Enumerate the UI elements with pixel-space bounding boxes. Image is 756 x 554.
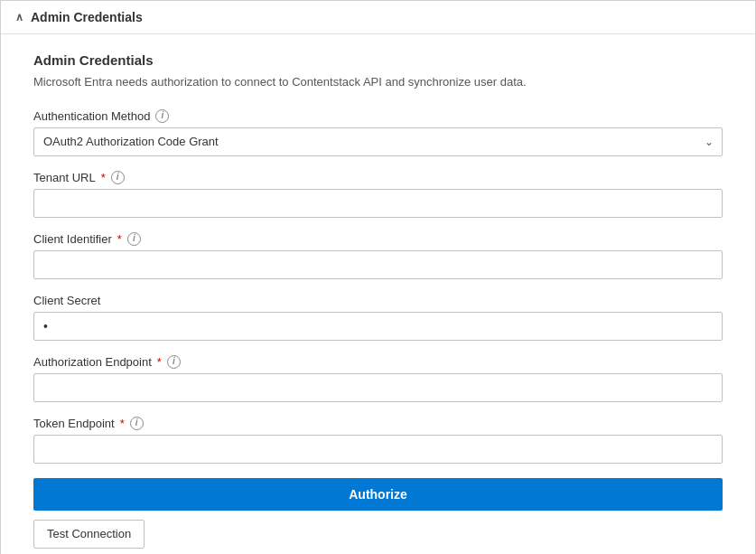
auth-endpoint-label-text: Authorization Endpoint xyxy=(33,355,152,369)
auth-endpoint-group: Authorization Endpoint * i xyxy=(33,355,723,402)
tenant-url-required: * xyxy=(101,171,106,184)
tenant-url-input[interactable] xyxy=(33,189,723,218)
tenant-url-group: Tenant URL * i xyxy=(33,171,723,218)
auth-method-group: Authentication Method i OAuth2 Authoriza… xyxy=(33,109,723,156)
auth-endpoint-required: * xyxy=(157,355,162,369)
client-identifier-label-text: Client Identifier xyxy=(33,232,112,246)
collapse-icon: ∧ xyxy=(15,11,23,23)
tenant-url-label: Tenant URL * i xyxy=(33,171,723,184)
test-connection-button[interactable]: Test Connection xyxy=(33,520,145,549)
admin-credentials-panel: ∧ Admin Credentials Admin Credentials Mi… xyxy=(0,0,756,554)
content-area: Admin Credentials Microsoft Entra needs … xyxy=(1,34,755,554)
client-identifier-label: Client Identifier * i xyxy=(33,232,723,246)
authorize-button[interactable]: Authorize xyxy=(33,478,723,511)
auth-endpoint-input[interactable] xyxy=(33,373,723,402)
auth-endpoint-info-icon[interactable]: i xyxy=(167,355,181,369)
tenant-url-label-text: Tenant URL xyxy=(33,171,96,184)
client-identifier-info-icon[interactable]: i xyxy=(127,232,141,246)
auth-method-info-icon[interactable]: i xyxy=(155,109,169,123)
token-endpoint-input[interactable] xyxy=(33,435,723,464)
section-header[interactable]: ∧ Admin Credentials xyxy=(1,1,755,34)
token-endpoint-label-text: Token Endpoint xyxy=(33,417,115,430)
section-header-label: Admin Credentials xyxy=(31,10,143,24)
auth-method-label: Authentication Method i xyxy=(33,109,723,123)
section-title: Admin Credentials xyxy=(33,52,723,68)
tenant-url-info-icon[interactable]: i xyxy=(111,171,125,184)
client-identifier-required: * xyxy=(117,232,122,246)
client-secret-input[interactable] xyxy=(33,312,723,341)
client-identifier-group: Client Identifier * i xyxy=(33,232,723,279)
auth-method-label-text: Authentication Method xyxy=(33,109,150,123)
client-identifier-input[interactable] xyxy=(33,250,723,279)
section-description: Microsoft Entra needs authorization to c… xyxy=(33,73,723,91)
client-secret-group: Client Secret xyxy=(33,294,723,341)
token-endpoint-group: Token Endpoint * i xyxy=(33,417,723,464)
auth-endpoint-label: Authorization Endpoint * i xyxy=(33,355,723,369)
token-endpoint-required: * xyxy=(120,417,125,430)
client-secret-label-text: Client Secret xyxy=(33,294,100,307)
client-secret-label: Client Secret xyxy=(33,294,723,307)
auth-method-select-wrapper: OAuth2 Authorization Code Grant Basic Au… xyxy=(33,127,723,156)
auth-method-select[interactable]: OAuth2 Authorization Code Grant Basic Au… xyxy=(33,127,723,156)
token-endpoint-label: Token Endpoint * i xyxy=(33,417,723,430)
token-endpoint-info-icon[interactable]: i xyxy=(130,417,144,430)
